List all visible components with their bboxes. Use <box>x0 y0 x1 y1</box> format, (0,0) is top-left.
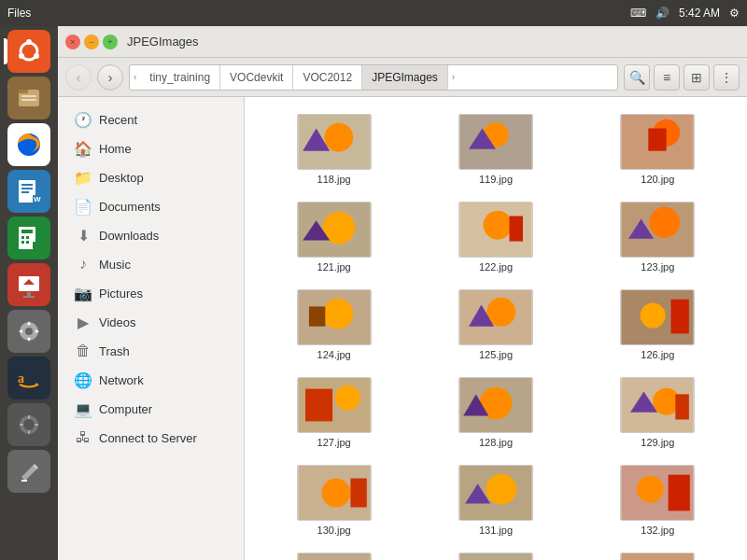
toolbar-actions: 🔍 ≡ ⊞ ⋮ <box>624 64 740 91</box>
list-item[interactable]: 118.jpg <box>254 106 414 192</box>
list-item[interactable]: 126.jpg <box>578 282 738 368</box>
launcher-icon-impress[interactable] <box>7 263 50 306</box>
recent-icon: 🕐 <box>75 111 92 128</box>
search-button[interactable]: 🔍 <box>624 64 650 91</box>
list-item[interactable]: 122.jpg <box>416 194 575 280</box>
svg-rect-8 <box>21 99 36 101</box>
svg-rect-46 <box>649 129 667 151</box>
close-button[interactable]: × <box>65 35 80 49</box>
launcher-icon-files[interactable] <box>7 77 50 119</box>
svg-rect-35 <box>20 424 23 426</box>
grid-view-button[interactable]: ⊞ <box>684 64 710 91</box>
system-bar-right: ⌨ 🔊 5:42 AM ⚙ <box>630 7 740 20</box>
svg-rect-63 <box>671 300 689 334</box>
launcher-icon-amazon[interactable]: a <box>7 357 50 399</box>
list-item[interactable]: 124.jpg <box>254 282 414 368</box>
launcher-icon-firefox[interactable] <box>7 123 50 166</box>
breadcrumb-tiny-training[interactable]: tiny_training <box>140 65 220 90</box>
svg-point-2 <box>26 39 32 45</box>
list-item[interactable]: 134.jpg <box>416 545 575 560</box>
svg-rect-87 <box>459 553 531 560</box>
svg-rect-66 <box>305 389 332 422</box>
main-area: W <box>0 26 747 560</box>
file-label: 120.jpg <box>641 174 674 185</box>
launcher-icon-writer[interactable]: W <box>7 170 50 213</box>
svg-rect-13 <box>21 188 33 189</box>
svg-rect-23 <box>33 242 40 249</box>
svg-rect-19 <box>21 236 24 239</box>
file-grid: 118.jpg 119.jpg 120.jpg 121.jpg 122.jpg … <box>245 97 747 560</box>
breadcrumb-prev[interactable]: ‹ <box>130 72 140 82</box>
list-item[interactable]: 123.jpg <box>578 194 738 280</box>
list-item[interactable]: 135.jpg <box>578 545 738 560</box>
breadcrumb-vocdevkit[interactable]: VOCdevkit <box>220 65 293 90</box>
sidebar-label-downloads: Downloads <box>99 229 159 243</box>
svg-point-39 <box>324 123 353 152</box>
svg-rect-21 <box>21 241 24 244</box>
svg-point-64 <box>641 303 666 329</box>
back-button[interactable]: ‹ <box>65 64 92 91</box>
list-item[interactable]: 120.jpg <box>578 106 738 192</box>
file-label: 124.jpg <box>317 349 351 360</box>
launcher-icon-settings[interactable] <box>7 310 50 353</box>
toolbar: ‹ › ‹ tiny_training VOCdevkit VOC2012 JP… <box>58 58 747 97</box>
sidebar-item-videos[interactable]: ▶ Videos <box>62 308 240 336</box>
forward-button[interactable]: › <box>97 64 123 91</box>
sidebar-item-home[interactable]: 🏠 Home <box>62 134 240 162</box>
list-item[interactable]: 130.jpg <box>254 457 414 543</box>
svg-point-29 <box>25 328 33 335</box>
launcher-icon-calc[interactable] <box>7 217 50 259</box>
list-item[interactable]: 133.jpg <box>254 545 414 560</box>
computer-icon: 💻 <box>75 400 92 417</box>
title-bar: × − + JPEGImages <box>58 26 747 58</box>
launcher: W <box>0 26 58 560</box>
system-time: 5:42 AM <box>679 7 720 20</box>
list-item[interactable]: 128.jpg <box>416 370 575 455</box>
svg-rect-52 <box>509 217 523 242</box>
breadcrumb-next[interactable]: › <box>448 72 458 82</box>
sidebar-item-computer[interactable]: 💻 Computer <box>62 395 240 423</box>
volume-icon[interactable]: 🔊 <box>655 7 669 20</box>
sidebar-item-desktop[interactable]: 📁 Desktop <box>62 163 240 191</box>
forward-arrow-icon: › <box>108 70 113 85</box>
sidebar-item-recent[interactable]: 🕐 Recent <box>62 105 240 133</box>
sidebar-item-network[interactable]: 🌐 Network <box>62 366 240 394</box>
list-item[interactable]: 129.jpg <box>578 370 738 455</box>
search-icon: 🔍 <box>629 70 645 85</box>
launcher-icon-ubuntu[interactable] <box>7 30 50 73</box>
sidebar-item-pictures[interactable]: 📷 Pictures <box>62 279 240 307</box>
file-label: 131.jpg <box>479 525 513 536</box>
minimize-button[interactable]: − <box>84 35 99 49</box>
svg-rect-27 <box>23 296 35 298</box>
launcher-icon-tools[interactable] <box>7 403 50 446</box>
list-item[interactable]: 119.jpg <box>416 106 575 192</box>
grid-view-icon: ⊞ <box>691 70 702 85</box>
sidebar-label-trash: Trash <box>99 344 130 358</box>
maximize-button[interactable]: + <box>103 35 118 49</box>
music-icon: ♪ <box>75 256 92 273</box>
file-label: 128.jpg <box>479 437 513 448</box>
more-button[interactable]: ⋮ <box>713 64 740 91</box>
list-view-button[interactable]: ≡ <box>654 64 680 91</box>
launcher-icon-edit[interactable] <box>7 450 50 493</box>
list-item[interactable]: 125.jpg <box>416 282 575 368</box>
trash-icon: 🗑 <box>75 343 92 359</box>
sidebar-item-trash[interactable]: 🗑 Trash <box>62 337 240 365</box>
svg-rect-82 <box>669 475 690 511</box>
breadcrumb-voc2012[interactable]: VOC2012 <box>293 65 362 90</box>
sidebar-label-documents: Documents <box>99 200 161 214</box>
window-title: JPEGImages <box>127 35 199 49</box>
list-item[interactable]: 121.jpg <box>254 194 414 280</box>
sidebar-item-music[interactable]: ♪ Music <box>62 250 240 278</box>
sidebar-label-music: Music <box>99 258 131 272</box>
sidebar-label-home: Home <box>99 142 132 156</box>
breadcrumb-jpegimages[interactable]: JPEGImages <box>362 65 448 90</box>
sidebar-item-connect-server[interactable]: 🖧 Connect to Server <box>62 424 240 452</box>
keyboard-icon[interactable]: ⌨ <box>630 7 646 20</box>
sidebar-item-documents[interactable]: 📄 Documents <box>62 192 240 220</box>
list-item[interactable]: 132.jpg <box>578 457 738 543</box>
sidebar-item-downloads[interactable]: ⬇ Downloads <box>62 221 240 249</box>
list-item[interactable]: 131.jpg <box>416 457 575 543</box>
settings-icon[interactable]: ⚙ <box>729 7 740 20</box>
list-item[interactable]: 127.jpg <box>254 370 414 455</box>
